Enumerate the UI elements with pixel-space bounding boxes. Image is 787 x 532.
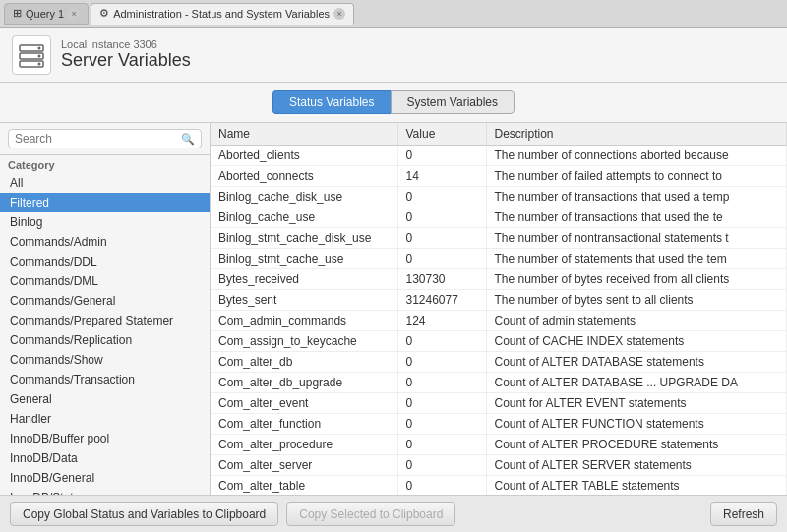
cell-description: The number of nontransactional statement… — [486, 228, 787, 249]
cell-value: 124 — [397, 311, 486, 331]
cell-description: Count for ALTER EVENT statements — [486, 393, 787, 414]
cell-value: 0 — [397, 414, 486, 435]
table-row[interactable]: Aborted_connects14The number of failed a… — [211, 166, 787, 187]
cell-description: Count of CACHE INDEX statements — [486, 331, 787, 352]
table-row[interactable]: Bytes_received130730The number of bytes … — [211, 269, 787, 290]
table-row[interactable]: Com_alter_table0Count of ALTER TABLE sta… — [211, 476, 787, 496]
sidebar-item-commands_replication[interactable]: Commands/Replication — [0, 330, 210, 350]
svg-point-3 — [38, 46, 41, 49]
table-row[interactable]: Com_alter_db0Count of ALTER DATABASE sta… — [211, 352, 787, 373]
sidebar-item-commands_general[interactable]: Commands/General — [0, 291, 210, 311]
admin-icon: ⚙ — [99, 7, 109, 20]
bottom-bar: Copy Global Status and Variables to Clip… — [0, 495, 787, 532]
cell-name: Com_admin_commands — [211, 311, 397, 331]
query-icon: ⊞ — [13, 7, 22, 20]
sidebar: 🔍 Category AllFilteredBinlogCommands/Adm… — [0, 123, 211, 495]
cell-name: Com_assign_to_keycache — [211, 331, 397, 352]
sidebar-item-innodb_data[interactable]: InnoDB/Data — [0, 448, 210, 468]
table-row[interactable]: Com_alter_function0Count of ALTER FUNCTI… — [211, 414, 787, 435]
cell-value: 0 — [397, 393, 486, 414]
subtab-system[interactable]: System Variables — [391, 90, 515, 114]
tab-query1-close[interactable]: × — [68, 8, 80, 20]
sidebar-item-all[interactable]: All — [0, 173, 210, 193]
sidebar-item-commands_prepared[interactable]: Commands/Prepared Statemer — [0, 311, 210, 330]
tab-admin[interactable]: ⚙ Administration - Status and System Var… — [91, 3, 354, 25]
cell-name: Com_alter_function — [211, 414, 397, 435]
sidebar-item-innodb_general[interactable]: InnoDB/General — [0, 468, 210, 488]
cell-name: Bytes_received — [211, 269, 397, 290]
tab-admin-label: Administration - Status and System Varia… — [113, 8, 330, 20]
tab-query1-label: Query 1 — [26, 8, 64, 20]
table-row[interactable]: Binlog_cache_disk_use0The number of tran… — [211, 187, 787, 207]
sidebar-item-commands_dml[interactable]: Commands/DML — [0, 271, 210, 291]
copy-selected-button[interactable]: Copy Selected to Clipboard — [286, 502, 455, 526]
cell-value: 0 — [397, 228, 486, 249]
table-row[interactable]: Com_alter_procedure0Count of ALTER PROCE… — [211, 435, 787, 455]
cell-name: Com_alter_db — [211, 352, 397, 373]
table-row[interactable]: Bytes_sent31246077The number of bytes se… — [211, 290, 787, 311]
table-row[interactable]: Com_assign_to_keycache0Count of CACHE IN… — [211, 331, 787, 352]
cell-name: Aborted_clients — [211, 146, 397, 166]
col-header-desc: Description — [486, 123, 787, 146]
cell-value: 130730 — [397, 269, 486, 290]
table-row[interactable]: Com_admin_commands124Count of admin stat… — [211, 311, 787, 331]
sidebar-item-commands_transaction[interactable]: Commands/Transaction — [0, 370, 210, 389]
table-row[interactable]: Com_alter_server0Count of ALTER SERVER s… — [211, 455, 787, 476]
table-scroll[interactable]: Name Value Description Aborted_clients0T… — [211, 123, 787, 495]
cell-description: Count of ALTER PROCEDURE statements — [486, 435, 787, 455]
cell-description: The number of failed attempts to connect… — [486, 166, 787, 187]
cell-name: Binlog_stmt_cache_use — [211, 249, 397, 269]
sidebar-item-innodb_stats[interactable]: InnoDB/Stats — [0, 488, 210, 495]
table-row[interactable]: Aborted_clients0The number of connection… — [211, 146, 787, 166]
cell-name: Binlog_stmt_cache_disk_use — [211, 228, 397, 249]
search-icon: 🔍 — [181, 133, 195, 146]
table-row[interactable]: Com_alter_event0Count for ALTER EVENT st… — [211, 393, 787, 414]
bottom-right: Refresh — [710, 502, 777, 526]
table-body: Aborted_clients0The number of connection… — [211, 146, 787, 496]
copy-global-button[interactable]: Copy Global Status and Variables to Clip… — [10, 502, 278, 526]
cell-description: Count of ALTER TABLE statements — [486, 476, 787, 496]
table-area: Name Value Description Aborted_clients0T… — [211, 123, 787, 495]
search-input-wrap: 🔍 — [8, 129, 202, 148]
table-row[interactable]: Binlog_stmt_cache_use0The number of stat… — [211, 249, 787, 269]
cell-value: 0 — [397, 187, 486, 207]
sidebar-item-filtered[interactable]: Filtered — [0, 193, 210, 212]
subtab-status[interactable]: Status Variables — [272, 90, 391, 114]
sidebar-item-binlog[interactable]: Binlog — [0, 212, 210, 232]
search-box: 🔍 — [0, 123, 210, 155]
cell-name: Com_alter_event — [211, 393, 397, 414]
refresh-button[interactable]: Refresh — [710, 502, 777, 526]
tab-admin-close[interactable]: × — [333, 8, 345, 20]
cell-value: 0 — [397, 435, 486, 455]
cell-description: The number of transactions that used the… — [486, 207, 787, 228]
cell-name: Binlog_cache_disk_use — [211, 187, 397, 207]
main-content: 🔍 Category AllFilteredBinlogCommands/Adm… — [0, 123, 787, 495]
header: Local instance 3306 Server Variables — [0, 28, 787, 83]
cell-description: Count of ALTER FUNCTION statements — [486, 414, 787, 435]
search-input[interactable] — [15, 132, 177, 146]
cell-description: The number of bytes sent to all clients — [486, 290, 787, 311]
table-row[interactable]: Binlog_stmt_cache_disk_use0The number of… — [211, 228, 787, 249]
cell-value: 14 — [397, 166, 486, 187]
cell-name: Bytes_sent — [211, 290, 397, 311]
cell-value: 0 — [397, 249, 486, 269]
table-row[interactable]: Binlog_cache_use0The number of transacti… — [211, 207, 787, 228]
cell-description: Count of ALTER DATABASE statements — [486, 352, 787, 373]
sidebar-item-commands_show[interactable]: Commands/Show — [0, 350, 210, 370]
sidebar-item-commands_admin[interactable]: Commands/Admin — [0, 232, 210, 252]
col-header-name: Name — [211, 123, 397, 146]
cell-name: Com_alter_table — [211, 476, 397, 496]
cell-name: Com_alter_procedure — [211, 435, 397, 455]
sidebar-item-innodb_buffer[interactable]: InnoDB/Buffer pool — [0, 429, 210, 448]
cell-value: 0 — [397, 352, 486, 373]
sidebar-item-general[interactable]: General — [0, 389, 210, 409]
sidebar-item-handler[interactable]: Handler — [0, 409, 210, 429]
cell-value: 0 — [397, 455, 486, 476]
cell-description: The number of bytes received from all cl… — [486, 269, 787, 290]
col-header-value: Value — [397, 123, 486, 146]
cell-name: Com_alter_db_upgrade — [211, 373, 397, 393]
tab-query1[interactable]: ⊞ Query 1 × — [4, 3, 89, 25]
sidebar-item-commands_ddl[interactable]: Commands/DDL — [0, 252, 210, 271]
cell-description: The number of connections aborted becaus… — [486, 146, 787, 166]
table-row[interactable]: Com_alter_db_upgrade0Count of ALTER DATA… — [211, 373, 787, 393]
